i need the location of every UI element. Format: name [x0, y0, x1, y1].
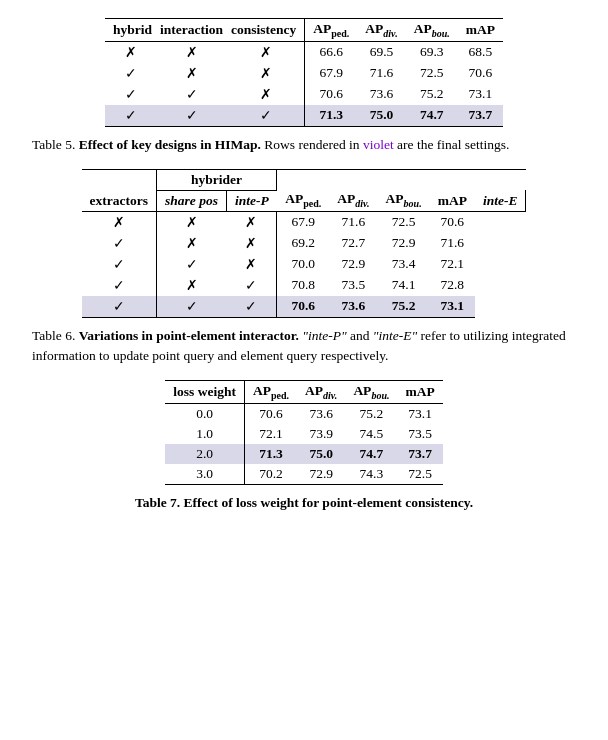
t7-ap-ped: 70.6 [244, 404, 297, 425]
table7-wrapper: loss weight APped. APdiv. APbou. mAP 0.0… [22, 380, 586, 485]
t5-ap-div: 69.5 [357, 41, 405, 63]
t6-share-pos: ✓ [82, 254, 157, 275]
col-ap-div2: APdiv. [329, 169, 377, 211]
t6-ap-ped: 70.0 [277, 254, 330, 275]
t6-ap-div: 71.6 [329, 211, 377, 233]
t7-loss-weight: 3.0 [165, 464, 244, 485]
col-ap-div3: APdiv. [297, 381, 345, 404]
t5-ap-ped: 70.6 [305, 84, 358, 105]
t5-ap-div: 73.6 [357, 84, 405, 105]
t5-ap-bou: 74.7 [406, 105, 458, 127]
col-share-pos: share pos [157, 190, 227, 211]
t7-map: 73.5 [397, 424, 442, 444]
t5-interaction: ✓ [156, 105, 227, 127]
t5-map: 68.5 [458, 41, 503, 63]
t6-ap-bou: 72.9 [378, 233, 430, 254]
col-map2: mAP [430, 169, 475, 211]
col-inte-p: inte-P [226, 190, 276, 211]
t5-map: 73.7 [458, 105, 503, 127]
t6-inte-p: ✓ [157, 254, 227, 275]
t6-inte-e: ✗ [226, 233, 276, 254]
t7-ap-div: 75.0 [297, 444, 345, 464]
t7-ap-ped: 71.3 [244, 444, 297, 464]
t7-loss-weight: 2.0 [165, 444, 244, 464]
t6-ap-ped: 70.6 [277, 296, 330, 318]
col-inte-e: inte-E [475, 190, 526, 211]
t5-ap-bou: 75.2 [406, 84, 458, 105]
t6-inte-p: ✗ [157, 233, 227, 254]
table5: hybrid interaction consistency APped. AP… [105, 18, 503, 127]
col-ap-ped2: APped. [277, 169, 330, 211]
t6-share-pos: ✓ [82, 296, 157, 318]
t6-ap-div: 73.6 [329, 296, 377, 318]
t6-share-pos: ✓ [82, 275, 157, 296]
t6-map: 73.1 [430, 296, 475, 318]
t6-inte-e: ✗ [226, 211, 276, 233]
t6-inte-e: ✓ [226, 296, 276, 318]
t5-ap-ped: 71.3 [305, 105, 358, 127]
t7-ap-bou: 75.2 [345, 404, 397, 425]
t6-share-pos: ✓ [82, 233, 157, 254]
col-hybrid: hybrid [105, 19, 156, 42]
col-ap-ped3: APped. [244, 381, 297, 404]
t5-map: 73.1 [458, 84, 503, 105]
t7-loss-weight: 1.0 [165, 424, 244, 444]
t6-map: 71.6 [430, 233, 475, 254]
t5-ap-ped: 66.6 [305, 41, 358, 63]
t6-ap-bou: 73.4 [378, 254, 430, 275]
t5-ap-bou: 69.3 [406, 41, 458, 63]
table6-caption: Table 6. Variations in point-element int… [32, 326, 576, 367]
col-hybrider: hybrider [157, 169, 277, 190]
t6-inte-p: ✗ [157, 275, 227, 296]
t7-ap-bou: 74.3 [345, 464, 397, 485]
t5-map: 70.6 [458, 63, 503, 84]
t6-ap-ped: 69.2 [277, 233, 330, 254]
t5-hybrid: ✗ [105, 41, 156, 63]
col-map3: mAP [397, 381, 442, 404]
col-ap-bou3: APbou. [345, 381, 397, 404]
t6-inte-e: ✓ [226, 275, 276, 296]
t5-hybrid: ✓ [105, 63, 156, 84]
t5-interaction: ✗ [156, 41, 227, 63]
t6-ap-ped: 67.9 [277, 211, 330, 233]
t5-ap-div: 75.0 [357, 105, 405, 127]
t7-ap-ped: 70.2 [244, 464, 297, 485]
t5-consistency: ✓ [227, 105, 305, 127]
t5-ap-bou: 72.5 [406, 63, 458, 84]
t6-map: 70.6 [430, 211, 475, 233]
t6-ap-bou: 72.5 [378, 211, 430, 233]
t5-ap-ped: 67.9 [305, 63, 358, 84]
t7-ap-ped: 72.1 [244, 424, 297, 444]
t6-ap-bou: 74.1 [378, 275, 430, 296]
t5-interaction: ✗ [156, 63, 227, 84]
t5-interaction: ✓ [156, 84, 227, 105]
t5-hybrid: ✓ [105, 84, 156, 105]
t6-map: 72.1 [430, 254, 475, 275]
table7: loss weight APped. APdiv. APbou. mAP 0.0… [165, 380, 442, 485]
col-ap-bou: APbou. [406, 19, 458, 42]
t7-ap-bou: 74.5 [345, 424, 397, 444]
t6-map: 72.8 [430, 275, 475, 296]
table5-caption: Table 5. Effect of key designs in HIMap.… [32, 135, 576, 155]
t6-ap-bou: 75.2 [378, 296, 430, 318]
col-ap-ped: APped. [305, 19, 358, 42]
t7-map: 72.5 [397, 464, 442, 485]
table5-wrapper: hybrid interaction consistency APped. AP… [22, 18, 586, 127]
t7-ap-div: 73.9 [297, 424, 345, 444]
t7-ap-div: 72.9 [297, 464, 345, 485]
t7-ap-bou: 74.7 [345, 444, 397, 464]
t6-ap-ped: 70.8 [277, 275, 330, 296]
t7-loss-weight: 0.0 [165, 404, 244, 425]
t5-hybrid: ✓ [105, 105, 156, 127]
col-interaction: interaction [156, 19, 227, 42]
t7-map: 73.7 [397, 444, 442, 464]
col-extractors: extractors [82, 169, 157, 211]
t7-map: 73.1 [397, 404, 442, 425]
col-ap-div: APdiv. [357, 19, 405, 42]
t6-ap-div: 73.5 [329, 275, 377, 296]
col-consistency: consistency [227, 19, 305, 42]
table7-caption: Table 7. Effect of loss weight for point… [32, 493, 576, 513]
t5-consistency: ✗ [227, 41, 305, 63]
t6-inte-p: ✗ [157, 211, 227, 233]
table6-wrapper: extractors hybrider APped. APdiv. APbou.… [22, 169, 586, 318]
